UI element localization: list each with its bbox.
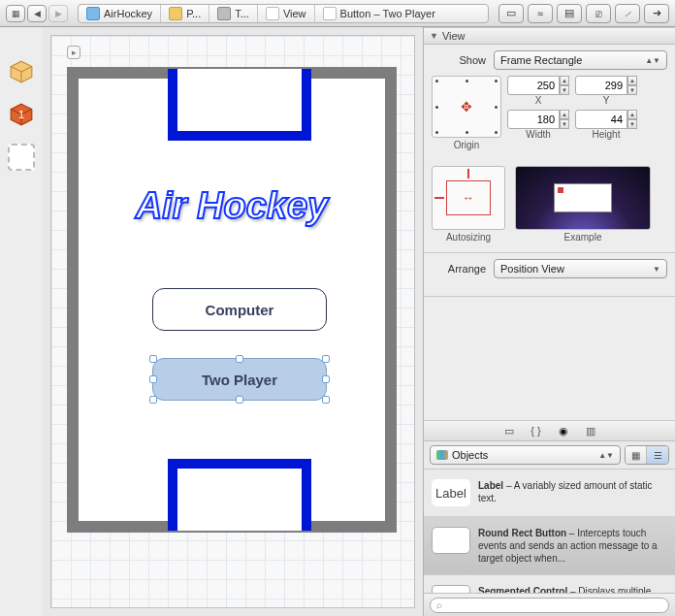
- target-icon: [217, 7, 231, 20]
- autosizing-caption: Autosizing: [432, 232, 505, 243]
- object-library-icon[interactable]: ◉: [555, 424, 572, 438]
- resize-handle[interactable]: [149, 355, 157, 363]
- autosizing-example: [515, 166, 651, 230]
- resize-handle[interactable]: [322, 396, 330, 404]
- object-dock: 1: [0, 27, 43, 616]
- jump-folder[interactable]: P...: [161, 5, 209, 22]
- icon-view-button[interactable]: ▦: [626, 446, 647, 464]
- computer-button[interactable]: Computer: [152, 288, 327, 331]
- device-border: Air Hockey Computer Two Player: [67, 67, 397, 533]
- computer-button-label: Computer: [206, 302, 274, 318]
- width-field[interactable]: ▲▼: [507, 110, 569, 129]
- jump-view[interactable]: View: [258, 5, 315, 22]
- height-input[interactable]: [575, 110, 627, 129]
- jump-selected[interactable]: Button – Two Player: [315, 5, 443, 22]
- y-input[interactable]: [575, 76, 627, 95]
- media-library-icon[interactable]: ▥: [582, 424, 599, 438]
- library-item-text: Segmented Control – Displays multiple se…: [478, 585, 667, 593]
- jump-target[interactable]: T...: [209, 5, 258, 22]
- canvas-area[interactable]: ▸ Air Hockey Computer Two Player: [43, 27, 423, 616]
- size-inspector-icon[interactable]: ⟋: [615, 4, 640, 23]
- quick-help-icon[interactable]: ≈: [528, 4, 553, 23]
- jump-folder-label: P...: [186, 8, 201, 19]
- identity-inspector-icon[interactable]: ▤: [557, 4, 582, 23]
- inspector-tabs: ▭ ≈ ▤ ⎚ ⟋ ➜: [498, 4, 669, 23]
- autosizing-control[interactable]: ↔: [432, 166, 505, 230]
- round-rect-thumb: [432, 527, 470, 554]
- resize-handle[interactable]: [149, 375, 157, 383]
- height-field[interactable]: ▲▼: [575, 110, 637, 129]
- label-thumb: Label: [432, 479, 470, 506]
- goal-top-image: [168, 69, 311, 141]
- button-icon: [323, 7, 337, 20]
- library-item-round-rect-button[interactable]: Round Rect Button – Intercepts touch eve…: [424, 517, 675, 575]
- device-view[interactable]: ▸ Air Hockey Computer Two Player: [67, 67, 397, 533]
- files-owner-cube[interactable]: [8, 58, 35, 85]
- search-icon: ⌕: [436, 600, 442, 610]
- list-view-button[interactable]: ☰: [647, 446, 668, 464]
- resize-handle[interactable]: [149, 396, 157, 404]
- y-caption: Y: [575, 95, 637, 106]
- svg-text:1: 1: [18, 109, 24, 120]
- file-template-library-icon[interactable]: ▭: [500, 424, 518, 438]
- related-items-button[interactable]: ▦: [6, 5, 25, 22]
- library-view-toggle[interactable]: ▦☰: [625, 445, 669, 465]
- code-snippet-library-icon[interactable]: { }: [528, 424, 545, 438]
- width-caption: Width: [507, 129, 569, 140]
- library-item-segmented-control[interactable]: 12 Segmented Control – Displays multiple…: [424, 575, 675, 593]
- view-section-title: View: [442, 30, 466, 42]
- library-list[interactable]: Label Label – A variably sized amount of…: [424, 470, 675, 593]
- forward-button[interactable]: ▶: [48, 5, 68, 22]
- top-toolbar: ▦ ◀ ▶ AirHockey P... T... View Button – …: [0, 0, 675, 27]
- arrange-popup[interactable]: Position View▼: [494, 259, 667, 278]
- origin-caption: Origin: [432, 140, 501, 150]
- origin-selector[interactable]: ✥: [432, 76, 501, 138]
- goal-bottom-image: [168, 459, 311, 531]
- attributes-inspector-icon[interactable]: ⎚: [586, 4, 611, 23]
- jump-bar[interactable]: AirHockey P... T... View Button – Two Pl…: [78, 4, 489, 23]
- file-inspector-icon[interactable]: ▭: [498, 4, 524, 23]
- width-input[interactable]: [507, 110, 560, 129]
- resize-handle[interactable]: [322, 355, 330, 363]
- library-filter-value: Objects: [452, 449, 488, 461]
- jump-selected-label: Button – Two Player: [340, 8, 435, 19]
- jump-project[interactable]: AirHockey: [79, 5, 161, 22]
- x-input[interactable]: [507, 76, 560, 95]
- height-caption: Height: [575, 129, 637, 140]
- view-section-header[interactable]: ▼View: [424, 27, 675, 45]
- y-stepper[interactable]: ▲▼: [627, 76, 637, 95]
- height-stepper[interactable]: ▲▼: [627, 110, 637, 129]
- resize-handle[interactable]: [322, 375, 330, 383]
- show-popup-value: Frame Rectangle: [500, 54, 582, 66]
- y-field[interactable]: ▲▼: [575, 76, 637, 95]
- x-caption: X: [507, 95, 569, 106]
- jump-target-label: T...: [235, 8, 249, 19]
- connections-inspector-icon[interactable]: ➜: [644, 4, 669, 23]
- example-caption: Example: [515, 232, 651, 243]
- library-item-text: Round Rect Button – Intercepts touch eve…: [478, 527, 667, 565]
- library-filter-popup[interactable]: Objects▲▼: [430, 445, 621, 465]
- show-popup[interactable]: Frame Rectangle▲▼: [494, 50, 667, 70]
- popup-caret-icon: ▲▼: [598, 451, 614, 460]
- project-icon: [86, 7, 100, 20]
- library-item-label[interactable]: Label Label – A variably sized amount of…: [424, 470, 675, 517]
- two-player-button[interactable]: Two Player: [152, 358, 327, 401]
- library-search-bar: ⌕: [424, 593, 675, 616]
- objects-icon: [436, 450, 448, 460]
- popup-caret-icon: ▲▼: [645, 56, 660, 65]
- show-label: Show: [432, 54, 486, 66]
- x-stepper[interactable]: ▲▼: [560, 76, 569, 95]
- arrange-label: Arrange: [432, 263, 486, 275]
- popup-caret-icon: ▼: [653, 265, 660, 274]
- back-button[interactable]: ◀: [27, 5, 47, 22]
- width-stepper[interactable]: ▲▼: [560, 110, 569, 129]
- segmented-thumb: 12: [432, 585, 470, 593]
- inspector-panel: ▼View Show Frame Rectangle▲▼ ✥ Origin ▲▼…: [423, 27, 675, 616]
- view-disclosure-button[interactable]: ▸: [67, 46, 80, 59]
- view-placeholder-icon[interactable]: [8, 144, 35, 171]
- resize-handle[interactable]: [236, 355, 243, 363]
- library-search-field[interactable]: ⌕: [430, 598, 669, 613]
- x-field[interactable]: ▲▼: [507, 76, 569, 95]
- first-responder-cube[interactable]: 1: [8, 101, 35, 128]
- resize-handle[interactable]: [236, 396, 243, 404]
